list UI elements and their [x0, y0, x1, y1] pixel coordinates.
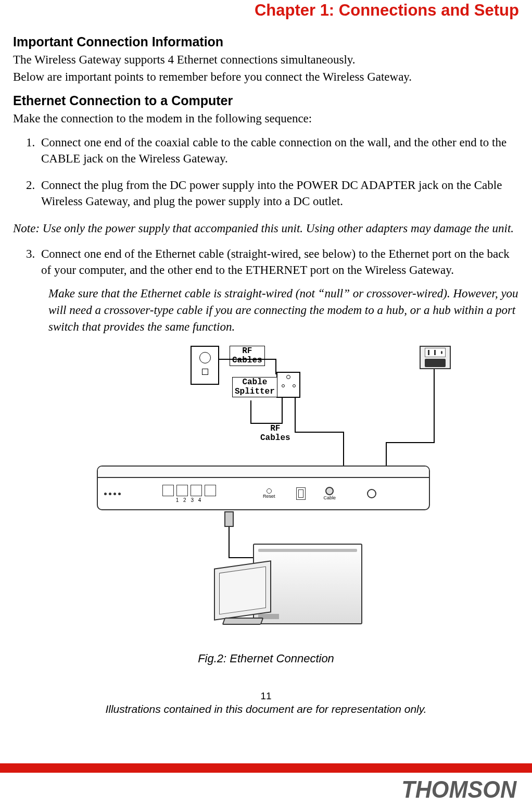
note-text: Note: Use only the power supply that acc…: [13, 220, 519, 236]
monitor-back-icon: [214, 560, 271, 620]
paragraph: Below are important points to remember b…: [13, 69, 519, 84]
step-2: Connect the plug from the DC power suppl…: [38, 177, 519, 209]
paragraph: The Wireless Gateway supports 4 Ethernet…: [13, 52, 519, 67]
ordered-steps: Connect one end of the coaxial cable to …: [13, 134, 519, 209]
cable-splitter-icon: [276, 372, 300, 398]
power-cable-line: [386, 442, 387, 468]
ordered-steps-cont: Connect one end of the Ethernet cable (s…: [13, 246, 519, 336]
step-3-text: Connect one end of the Ethernet cable (s…: [41, 247, 510, 276]
ethernet-cable-line: [229, 527, 230, 558]
power-jack-icon: [367, 489, 376, 498]
step-3: Connect one end of the Ethernet cable (s…: [38, 246, 519, 336]
connector-line: [219, 359, 276, 360]
monitor-stand-icon: [222, 618, 263, 625]
brand-logo: THOMSON: [401, 775, 516, 803]
figure-ethernet-connection: RF Cables Cable Splitter RF Cables: [53, 346, 479, 632]
power-cable-line: [386, 442, 435, 443]
section-heading-ethernet: Ethernet Connection to a Computer: [13, 93, 519, 108]
connector-line: [275, 359, 276, 374]
connector-line: [282, 398, 283, 424]
cable-jack-icon: Cable: [324, 487, 336, 500]
connector-line: [343, 432, 344, 468]
step-1: Connect one end of the coaxial cable to …: [38, 134, 519, 167]
label-cable-splitter: Cable Splitter: [232, 377, 277, 397]
usb-port-icon: [296, 487, 306, 500]
page-footer: THOMSON: [0, 763, 532, 805]
paragraph: Make the connection to the modem in the …: [13, 111, 519, 126]
figure-caption: Fig.2: Ethernet Connection: [13, 652, 519, 665]
reset-button-icon: Reset: [263, 488, 275, 499]
wall-plate-icon: [191, 346, 219, 385]
connector-line: [295, 398, 296, 432]
ethernet-ports-icon: [162, 485, 216, 496]
label-rf-cables-top: RF Cables: [230, 346, 265, 366]
connector-line: [295, 432, 344, 433]
power-cable-line: [434, 369, 435, 442]
connector-line: [250, 423, 283, 424]
disclaimer-text: Illustrations contained in this document…: [13, 703, 519, 715]
port-labels: 1 2 3 4: [162, 497, 216, 503]
ethernet-cable-line: [229, 557, 255, 558]
power-outlet-icon: [420, 346, 451, 369]
footer-red-bar: [0, 763, 532, 773]
label-rf-cables-mid: RF Cables: [258, 424, 293, 443]
rj45-plug-icon: [224, 511, 234, 527]
wireless-gateway-icon: 1 2 3 4 Reset Cable: [97, 466, 430, 510]
section-heading-connection-info: Important Connection Information: [13, 34, 519, 49]
led-group-icon: [104, 493, 121, 495]
connector-line: [250, 400, 251, 424]
chapter-title: Chapter 1: Connections and Setup: [13, 0, 519, 34]
step-3-note: Make sure that the Ethernet cable is str…: [41, 285, 519, 336]
page-number: 11: [13, 690, 519, 702]
